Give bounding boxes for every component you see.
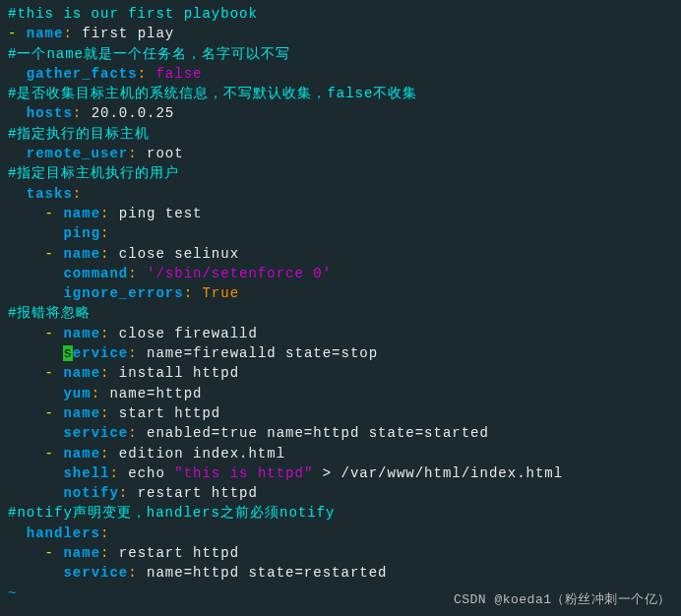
- code-token-dash: -: [45, 545, 64, 561]
- code-token-colon: :: [100, 246, 119, 262]
- code-token-comment: #是否收集目标主机的系统信息，不写默认收集，false不收集: [8, 86, 417, 101]
- code-token-colon: :: [109, 465, 128, 481]
- code-line: handlers:: [8, 524, 673, 543]
- code-token-white: ping test: [119, 206, 203, 221]
- code-token-white: [8, 405, 45, 421]
- code-line: ping:: [8, 223, 673, 243]
- code-line: #this is our first playbook: [8, 4, 673, 24]
- code-token-white: install httpd: [119, 365, 239, 381]
- code-line: #指定执行的目标主机: [8, 124, 673, 144]
- code-line: service: name=httpd state=restarted: [8, 563, 673, 583]
- code-line: gather_facts: false: [8, 64, 673, 84]
- code-token-key: ervice: [73, 345, 128, 361]
- code-line: shell: echo "this is httpd" > /var/www/h…: [8, 463, 673, 483]
- code-token-key: tasks: [27, 186, 73, 202]
- code-token-key: ping: [63, 225, 100, 241]
- code-token-white: root: [147, 146, 184, 161]
- code-token-colon: :: [100, 405, 119, 421]
- code-token-colon: :: [138, 66, 156, 82]
- code-line: - name: ping test: [8, 204, 673, 223]
- code-token-key: service: [63, 565, 128, 581]
- code-token-white: [8, 386, 63, 401]
- code-token-comment: #一个name就是一个任务名，名字可以不写: [8, 46, 290, 62]
- code-token-colon: :: [73, 105, 92, 121]
- code-token-white: restart httpd: [138, 485, 258, 501]
- code-token-colon: :: [184, 285, 203, 301]
- code-token-string: '/sbin/setenforce 0': [147, 266, 332, 281]
- code-token-key: notify: [63, 485, 118, 501]
- code-token-orange: True: [202, 285, 239, 301]
- code-token-white: edition index.html: [119, 446, 285, 462]
- code-token-cursor: s: [63, 345, 72, 361]
- code-token-key: hosts: [27, 105, 73, 121]
- code-token-white: name=httpd state=restarted: [147, 565, 387, 581]
- code-token-key: name: [63, 246, 100, 262]
- code-token-key: name: [63, 326, 100, 341]
- code-token-dash: -: [45, 365, 64, 381]
- code-token-colon: :: [128, 565, 147, 581]
- code-block: #this is our first playbook- name: first…: [8, 4, 673, 603]
- code-token-key: handlers: [27, 525, 100, 541]
- code-line: ignore_errors: True: [8, 283, 673, 303]
- code-token-dash: -: [8, 26, 27, 41]
- code-token-comment: #指定执行的目标主机: [8, 126, 150, 142]
- code-token-comment: #notify声明变更，handlers之前必须notify: [8, 505, 335, 521]
- code-token-comment: #指定目标主机执行的用户: [8, 165, 179, 181]
- code-token-white: [8, 266, 63, 281]
- code-token-key: command: [63, 266, 128, 281]
- code-token-colon: :: [128, 425, 147, 441]
- code-token-key: ignore_errors: [63, 285, 183, 301]
- code-token-colon: :: [128, 146, 147, 161]
- code-line: #一个name就是一个任务名，名字可以不写: [8, 44, 673, 64]
- code-token-colon: :: [100, 326, 119, 341]
- code-token-key: shell: [63, 465, 109, 481]
- code-token-dash: -: [45, 326, 64, 341]
- code-line: notify: restart httpd: [8, 483, 673, 503]
- code-token-white: > /var/www/html/index.html: [313, 465, 563, 481]
- code-token-colon: :: [100, 525, 109, 541]
- code-token-white: [8, 446, 45, 462]
- code-token-white: 20.0.0.25: [92, 105, 175, 121]
- code-token-white: first play: [82, 26, 174, 41]
- code-token-key: gather_facts: [27, 66, 138, 82]
- code-token-white: [8, 146, 27, 161]
- code-line: service: enabled=true name=httpd state=s…: [8, 423, 673, 443]
- code-token-colon: :: [92, 386, 110, 401]
- code-token-white: [8, 66, 27, 82]
- code-line: #notify声明变更，handlers之前必须notify: [8, 503, 673, 523]
- code-token-white: [8, 285, 63, 301]
- code-token-colon: :: [100, 446, 119, 462]
- code-token-key: name: [63, 206, 100, 221]
- code-token-white: close firewalld: [119, 326, 258, 341]
- code-token-white: [8, 225, 63, 241]
- code-token-key: remote_user: [27, 146, 128, 161]
- code-token-white: [8, 105, 27, 121]
- code-token-dash: -: [45, 446, 64, 462]
- code-token-white: [8, 365, 45, 381]
- code-token-key: name: [27, 26, 64, 41]
- code-token-key: name: [63, 545, 100, 561]
- code-token-white: close selinux: [119, 246, 239, 262]
- code-token-white: [8, 465, 63, 481]
- code-token-white: [8, 525, 27, 541]
- code-token-colon: :: [100, 545, 119, 561]
- code-token-white: [8, 246, 45, 262]
- code-token-magenta: false: [155, 66, 202, 82]
- code-token-colon: :: [73, 186, 82, 202]
- code-line: tasks:: [8, 184, 673, 204]
- code-line: yum: name=httpd: [8, 384, 673, 403]
- code-token-key: name: [63, 405, 100, 421]
- code-token-white: echo: [128, 465, 174, 481]
- code-token-white: [8, 485, 63, 501]
- code-token-white: restart httpd: [119, 545, 239, 561]
- code-token-key: service: [63, 425, 128, 441]
- code-token-white: name=firewalld state=stop: [147, 345, 378, 361]
- code-token-string: "this is httpd": [174, 465, 313, 481]
- code-line: - name: start httpd: [8, 403, 673, 423]
- code-token-colon: :: [119, 485, 138, 501]
- code-token-white: [8, 545, 45, 561]
- code-token-colon: :: [100, 206, 119, 221]
- code-line: hosts: 20.0.0.25: [8, 103, 673, 123]
- code-line: - name: edition index.html: [8, 444, 673, 463]
- code-token-dash: -: [45, 206, 64, 221]
